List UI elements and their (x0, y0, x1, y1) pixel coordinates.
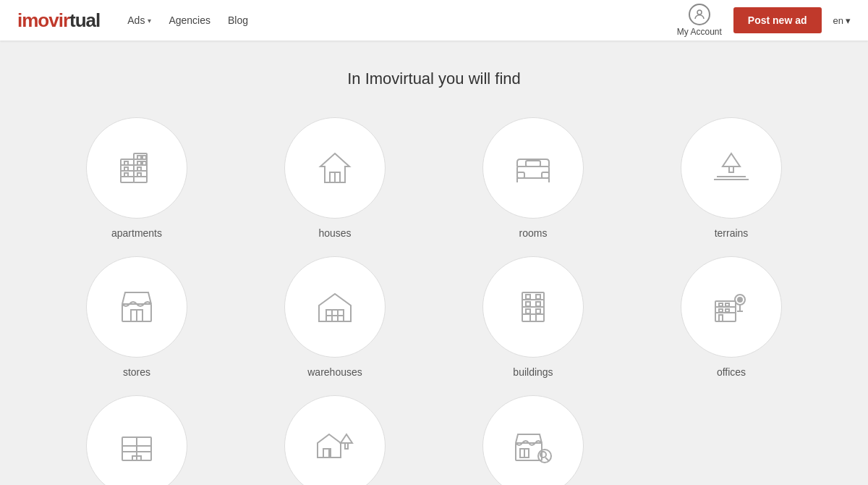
garages-circle (86, 395, 187, 485)
category-farms[interactable]: farms and estates (242, 395, 428, 485)
my-account-button[interactable]: My Account (677, 4, 722, 37)
svg-rect-12 (142, 156, 146, 159)
houses-circle (284, 117, 386, 219)
nav-ads[interactable]: Ads ▾ (120, 10, 158, 30)
apartments-label: apartments (111, 227, 162, 239)
svg-rect-17 (124, 173, 128, 177)
rooms-circle (482, 117, 584, 219)
svg-rect-49 (530, 314, 536, 321)
svg-rect-13 (137, 161, 141, 165)
nav-agencies[interactable]: Agencies (161, 10, 218, 30)
warehouses-label: warehouses (307, 366, 362, 378)
page-title: In Imovirtual you will find (43, 69, 825, 88)
warehouses-circle (284, 256, 386, 358)
svg-rect-18 (137, 173, 141, 177)
svg-rect-14 (142, 161, 146, 165)
svg-rect-29 (729, 166, 733, 172)
stores-label: stores (123, 366, 150, 378)
goodwill-circle (482, 395, 584, 485)
empty-grid-cell (638, 395, 825, 485)
svg-rect-11 (137, 156, 141, 159)
svg-point-59 (738, 298, 742, 302)
svg-rect-43 (526, 295, 530, 299)
category-terrains[interactable]: terrains (638, 117, 825, 239)
category-warehouses[interactable]: warehouses (242, 256, 428, 378)
svg-rect-55 (719, 309, 723, 312)
houses-label: houses (318, 227, 351, 239)
offices-label: offices (717, 366, 746, 378)
language-selector[interactable]: en ▾ (833, 15, 851, 26)
category-houses[interactable]: houses (242, 117, 428, 239)
svg-rect-15 (124, 167, 128, 171)
svg-rect-71 (345, 443, 348, 449)
main-content: In Imovirtual you will find (0, 41, 868, 485)
svg-marker-70 (341, 434, 352, 443)
svg-marker-28 (723, 153, 740, 166)
category-stores[interactable]: stores (43, 256, 230, 378)
category-goodwill[interactable]: goodwill (440, 395, 626, 485)
farms-circle (284, 395, 386, 485)
post-new-ad-button[interactable]: Post new ad (733, 7, 822, 33)
svg-rect-53 (719, 303, 723, 306)
svg-rect-56 (726, 309, 729, 312)
svg-rect-54 (726, 303, 729, 306)
offices-circle (681, 256, 782, 358)
svg-rect-16 (137, 167, 141, 171)
svg-rect-46 (536, 302, 540, 306)
svg-rect-10 (124, 161, 128, 165)
category-grid-row1: apartments houses (43, 117, 825, 239)
ads-chevron-icon: ▾ (148, 17, 151, 25)
svg-rect-48 (536, 309, 540, 313)
stores-circle (86, 256, 187, 358)
lang-chevron-icon: ▾ (846, 15, 851, 26)
category-buildings[interactable]: buildings (440, 256, 626, 378)
nav-blog[interactable]: Blog (221, 10, 255, 30)
apartments-circle (86, 117, 187, 219)
account-icon (689, 4, 710, 25)
svg-rect-57 (719, 315, 723, 321)
svg-rect-24 (542, 172, 549, 178)
buildings-circle (482, 256, 584, 358)
logo[interactable]: imovirtual (17, 9, 100, 32)
category-rooms[interactable]: rooms (440, 117, 626, 239)
svg-rect-23 (517, 172, 524, 178)
svg-rect-27 (526, 161, 540, 166)
header-right: My Account Post new ad en ▾ (677, 4, 851, 37)
svg-point-0 (697, 10, 702, 14)
category-offices[interactable]: offices (638, 256, 825, 378)
terrains-circle (681, 117, 782, 219)
main-nav: Ads ▾ Agencies Blog (120, 10, 255, 30)
buildings-label: buildings (513, 366, 553, 378)
category-grid-row2: stores warehouses (43, 256, 825, 378)
terrains-label: terrains (715, 227, 749, 239)
category-garages[interactable]: garages (43, 395, 230, 485)
header: imovirtual Ads ▾ Agencies Blog My Accoun… (0, 0, 868, 41)
category-grid-row3: garages farms and estates (43, 395, 825, 485)
svg-rect-47 (526, 309, 530, 313)
svg-rect-44 (536, 295, 540, 299)
rooms-label: rooms (519, 227, 548, 239)
svg-rect-45 (526, 302, 530, 306)
category-apartments[interactable]: apartments (43, 117, 230, 239)
svg-line-77 (545, 457, 549, 461)
